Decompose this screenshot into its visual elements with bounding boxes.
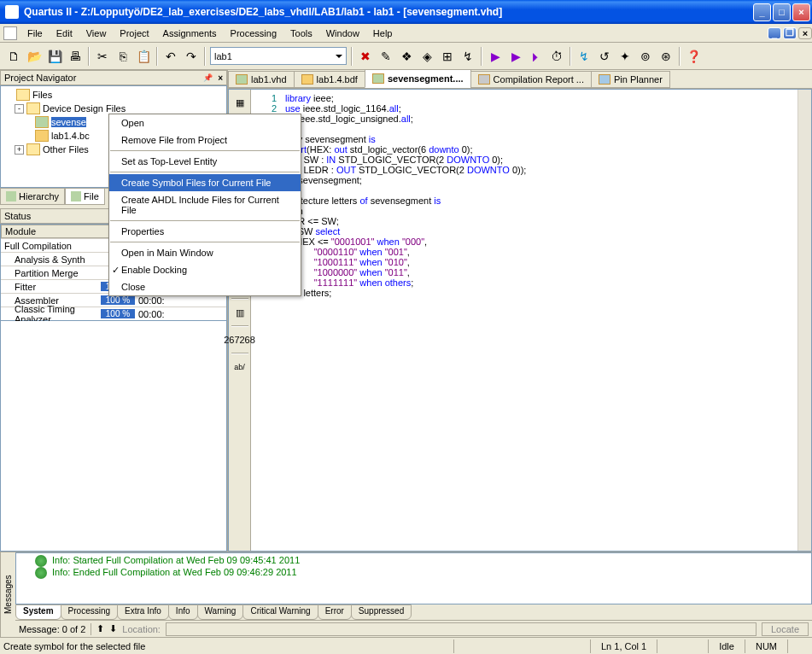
messages-list[interactable]: Info: Started Full Compilation at Wed Fe…: [15, 552, 812, 604]
doc-tab[interactable]: lab1.4.bdf: [294, 71, 365, 88]
menu-help[interactable]: Help: [366, 26, 400, 41]
app-icon: [5, 5, 19, 19]
doc-tab[interactable]: sevensegment....: [365, 69, 471, 88]
cut-button[interactable]: ✂: [93, 47, 112, 66]
module-icon[interactable]: ▥: [231, 305, 248, 320]
context-item[interactable]: Open: [109, 114, 301, 131]
location-label: Location:: [122, 624, 161, 634]
msg-tab[interactable]: System: [15, 604, 61, 620]
message-tabs: SystemProcessingExtra InfoInfoWarningCri…: [15, 604, 812, 620]
prog-button[interactable]: ↯: [575, 47, 593, 66]
doc-icon: [3, 26, 17, 40]
vertical-scrollbar[interactable]: [797, 90, 811, 551]
context-item[interactable]: Remove File from Project: [109, 131, 301, 149]
line-number-icon[interactable]: 267268: [231, 332, 248, 347]
compile-button[interactable]: ▶: [486, 47, 505, 66]
menu-tools[interactable]: Tools: [283, 26, 319, 41]
context-menu: OpenRemove File from ProjectSet as Top-L…: [108, 114, 301, 296]
titlebar: Quartus II - Z:/Lopputyö/DE2_lab_exercis…: [0, 0, 812, 24]
doc-tab[interactable]: Pin Planner: [591, 71, 670, 88]
main-toolbar: 🗋 📂 💾 🖶 ✂ ⎘ 📋 ↶ ↷ lab1 ✖ ✎ ❖ ◈ ⊞ ↯ ▶ ▶ ⏵…: [0, 43, 812, 70]
locate-button[interactable]: Locate: [762, 622, 809, 636]
statusbar: Create symbol for the selected file Ln 1…: [0, 637, 812, 654]
case-icon[interactable]: ab/: [231, 359, 248, 375]
tab-files[interactable]: File: [65, 189, 105, 205]
doc-tab[interactable]: lab1.vhd: [228, 71, 295, 88]
tool-button-1[interactable]: ✎: [377, 47, 395, 66]
pin-icon[interactable]: 📌: [203, 73, 213, 82]
tool-button-3[interactable]: ◈: [418, 47, 436, 66]
timing-button[interactable]: ⏱: [547, 47, 566, 66]
settings-button[interactable]: ✖: [356, 47, 375, 66]
menu-window[interactable]: Window: [319, 26, 366, 41]
maximize-button[interactable]: □: [773, 3, 791, 21]
tree-item-files[interactable]: Files: [3, 88, 225, 102]
msg-tab[interactable]: Processing: [61, 604, 118, 620]
tool-button-8[interactable]: ⊚: [636, 47, 655, 66]
panel-close-button[interactable]: ×: [218, 73, 223, 83]
context-item[interactable]: Properties: [109, 223, 301, 240]
tab-hierarchy[interactable]: Hierarchy: [0, 189, 65, 205]
tool-button-2[interactable]: ❖: [397, 47, 416, 66]
status-num: NUM: [745, 639, 787, 653]
tool-button-9[interactable]: ⊛: [657, 47, 675, 66]
context-item[interactable]: Set as Top-Level Entity: [109, 153, 301, 170]
status-position: Ln 1, Col 1: [590, 639, 657, 653]
msg-tab[interactable]: Error: [318, 604, 352, 620]
menu-file[interactable]: File: [20, 26, 50, 41]
project-combo[interactable]: lab1: [210, 47, 347, 65]
msg-tab[interactable]: Extra Info: [117, 604, 169, 620]
new-button[interactable]: 🗋: [4, 47, 23, 66]
help-button[interactable]: ❓: [684, 47, 703, 66]
mdi-close[interactable]: ×: [798, 27, 812, 39]
status-help: Create symbol for the selected file: [3, 641, 453, 651]
msg-tab[interactable]: Critical Warning: [242, 604, 318, 620]
status-row[interactable]: Classic Timing Analyzer100 %00:00:: [1, 307, 226, 320]
tool-button-7[interactable]: ✦: [616, 47, 634, 66]
context-item[interactable]: Create Symbol Files for Current File: [109, 174, 301, 191]
message-count: Message: 0 of 2: [19, 624, 85, 634]
redo-button[interactable]: ↷: [182, 47, 201, 66]
status-idle: Idle: [708, 639, 745, 653]
location-field[interactable]: [166, 622, 757, 636]
window-title: Quartus II - Z:/Lopputyö/DE2_lab_exercis…: [22, 6, 751, 18]
print-button[interactable]: 🖶: [66, 47, 85, 66]
tool-button-6[interactable]: ↺: [595, 47, 614, 66]
msg-tab[interactable]: Info: [168, 604, 198, 620]
doc-tab[interactable]: Compilation Report ...: [470, 71, 592, 88]
paste-button[interactable]: 📋: [134, 47, 153, 66]
menu-project[interactable]: Project: [113, 26, 155, 41]
context-item[interactable]: Enable Docking: [109, 261, 301, 278]
menu-edit[interactable]: Edit: [50, 26, 79, 41]
code-editor[interactable]: 1library ieee;2use ieee.std_logic_1164.a…: [251, 90, 797, 551]
tool-button-5[interactable]: ↯: [459, 47, 477, 66]
close-button[interactable]: ×: [792, 3, 810, 21]
msg-tab[interactable]: Warning: [197, 604, 244, 620]
tool-button-4[interactable]: ⊞: [438, 47, 457, 66]
menu-processing[interactable]: Processing: [224, 26, 283, 41]
menu-view[interactable]: View: [79, 26, 114, 41]
document-tabs: lab1.vhdlab1.4.bdfsevensegment....Compil…: [228, 70, 812, 89]
copy-button[interactable]: ⎘: [114, 47, 132, 66]
sim-button[interactable]: ⏵: [527, 47, 546, 66]
messages-panel: Messages Info: Started Full Compilation …: [0, 552, 812, 637]
status-blank: [0, 321, 227, 552]
open-button[interactable]: 📂: [25, 47, 44, 66]
minimize-button[interactable]: _: [753, 3, 771, 21]
msg-tab[interactable]: Suppressed: [351, 604, 412, 620]
save-button[interactable]: 💾: [45, 47, 64, 66]
context-item[interactable]: Close: [109, 278, 301, 295]
mdi-restore[interactable]: ❐: [783, 27, 797, 39]
menubar: File Edit View Project Assignments Proce…: [0, 24, 812, 43]
context-item[interactable]: Create AHDL Include Files for Current Fi…: [109, 191, 301, 219]
mdi-minimize[interactable]: _: [768, 27, 781, 39]
status-progress: [453, 639, 590, 653]
bookmark-icon[interactable]: ▦: [231, 95, 248, 110]
messages-label: Messages: [0, 552, 15, 637]
context-item[interactable]: Open in Main Window: [109, 244, 301, 261]
project-navigator-header: Project Navigator 📌 ×: [0, 70, 227, 85]
menu-assignments[interactable]: Assignments: [156, 26, 224, 41]
undo-button[interactable]: ↶: [161, 47, 180, 66]
stop-button[interactable]: ▶: [506, 47, 525, 66]
